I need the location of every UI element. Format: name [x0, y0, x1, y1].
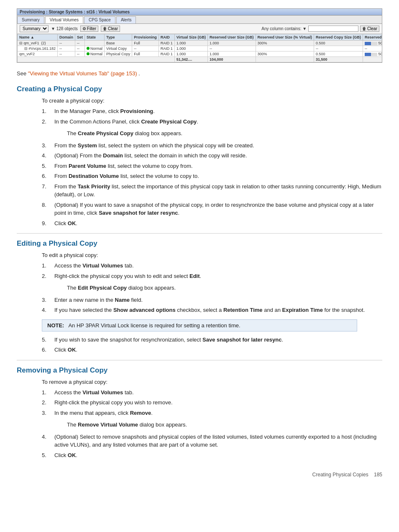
footer-text: Creating Physical Copies 185 — [312, 472, 382, 478]
step-content: From the Task Priority list, select the … — [54, 182, 382, 199]
col-header-reserved-copy-pct: Reserved Copy Size (% Virtual) — [363, 34, 382, 41]
state-dot — [87, 52, 90, 55]
cell-domain: -- — [58, 51, 75, 57]
step-num: 9. — [42, 219, 54, 228]
note-text: An HP 3PAR Virtual Lock license is requi… — [68, 322, 240, 329]
col-header-raid: RAID — [159, 34, 174, 41]
right-clear-btn[interactable]: 🗑 Clear — [360, 26, 379, 32]
cell-type: Base — [105, 41, 132, 46]
toolbar-right: Any column contains: ▼ 🗑 Clear — [261, 26, 379, 32]
filter-select[interactable]: Summary — [20, 25, 49, 32]
cell-reserved-user: 1.000 — [208, 41, 256, 46]
clear-btn[interactable]: 🗑 Clear — [101, 26, 120, 32]
step-content: (Optional) Select to remove snapshots an… — [54, 433, 382, 449]
filter-label: Filter — [87, 26, 96, 31]
list-item: 1. In the Manager Pane, click Provisioni… — [42, 107, 382, 116]
footer-virtual-total: 51,342.... — [174, 57, 207, 62]
step-num: 6. — [42, 346, 54, 354]
section-intro-editing: To edit a physical copy: — [42, 252, 382, 258]
step-content: (Optional) From the Domain list, select … — [54, 152, 382, 160]
step-content: In the Manager Pane, click Provisioning. — [54, 107, 382, 116]
cell-reserved-user-pct — [256, 46, 314, 51]
bold-ok-edit: OK — [68, 347, 76, 353]
tab-summary[interactable]: Summary — [17, 16, 44, 23]
cell-reserved-copy-pct: -- — [363, 46, 382, 51]
cell-raid: RAID 1 — [159, 51, 174, 57]
list-item: 2. Right-click the physical copy you wis… — [42, 272, 382, 280]
step-sub-note: The Edit Physical Copy dialog box appear… — [67, 284, 382, 292]
step-num: 4. — [42, 306, 54, 314]
cell-virtual-size: 1.000 — [174, 46, 207, 51]
step-num: 4. — [42, 152, 54, 160]
step-num: 4. — [42, 433, 54, 449]
section-editing: Editing a Physical Copy To edit a physic… — [17, 239, 382, 354]
bold-edit: Edit — [189, 273, 200, 279]
step-content: In the menu that appears, click Remove. — [54, 409, 382, 417]
cell-virtual-size: 1.000 — [174, 51, 207, 57]
step-content: From the System list, select the system … — [54, 141, 382, 150]
section-creating: Creating a Physical Copy To create a phy… — [17, 85, 382, 227]
list-item: 5. Click OK. — [42, 451, 382, 460]
cell-reserved-user-pct: 300% — [256, 51, 314, 57]
step-content: Access the Virtual Volumes tab. — [54, 388, 382, 397]
cell-name: ⊟ #Vvcps.161.182 — [18, 46, 58, 51]
step-content: In the Common Actions Panel, click Creat… — [54, 118, 382, 126]
cell-state: Normal — [85, 46, 105, 51]
list-item: 4. (Optional) From the Domain list, sele… — [42, 152, 382, 160]
list-item: 5. From Parent Volume list, select the v… — [42, 162, 382, 170]
step-num: 5. — [42, 451, 54, 460]
collapse-icon[interactable]: ⊟ — [24, 46, 28, 51]
tab-cpg-space[interactable]: CPG Space — [84, 16, 115, 23]
list-item: 1. Access the Virtual Volumes tab. — [42, 388, 382, 397]
see-text-after: . — [138, 70, 140, 77]
search-input[interactable] — [308, 26, 358, 32]
cell-provisioning: Full — [132, 41, 159, 46]
step-num: 3. — [42, 141, 54, 150]
note-box: NOTE: An HP 3PAR Virtual Lock license is… — [42, 319, 357, 332]
search-label: Any column contains: ▼ — [261, 26, 307, 31]
cell-provisioning: -- — [132, 46, 159, 51]
step-num: 7. — [42, 182, 54, 199]
cell-reserved-user: 1.000 — [208, 51, 256, 57]
step-num — [42, 419, 54, 431]
step-content: Enter a new name in the Name field. — [54, 296, 382, 304]
list-item: 1. Access the Virtual Volumes tab. — [42, 262, 382, 270]
step-content: Access the Virtual Volumes tab. — [54, 262, 382, 270]
step-num — [42, 282, 54, 294]
tab-alerts[interactable]: Alerts — [116, 16, 136, 23]
cell-reserved-copy: 0.500 — [314, 41, 363, 46]
cell-virtual-size: 1.000 — [174, 41, 207, 46]
step-sub-note: The Remove Virtual Volume dialog box app… — [67, 421, 382, 429]
col-header-reserved-copy-size: Reserved Copy Size (GB) — [314, 34, 363, 41]
section-heading-removing: Removing a Physical Copy — [17, 366, 382, 375]
step-content: Right-click the physical copy you wish t… — [54, 272, 382, 280]
col-header-reserved-user-pct: Reserved User Size (% Virtual) — [256, 34, 314, 41]
expand-icon[interactable]: ⊟ — [19, 41, 23, 45]
bold-parent-volume: Parent Volume — [69, 163, 106, 169]
page-footer: Creating Physical Copies 185 — [17, 472, 382, 478]
bold-create-physical-copy: Create Physical Copy — [141, 118, 197, 125]
filter-icon-btn[interactable]: ⚙ Filter — [80, 26, 98, 32]
tab-virtual-volumes[interactable]: Virtual Volumes — [45, 16, 83, 23]
cell-reserved-copy-pct: 50% — [363, 41, 382, 46]
step-content: From Parent Volume list, select the volu… — [54, 162, 382, 170]
list-item-sub: The Remove Virtual Volume dialog box app… — [42, 419, 382, 431]
cell-set: -- — [75, 41, 85, 46]
step-num: 5. — [42, 162, 54, 170]
step-content: Click OK. — [54, 346, 382, 354]
cell-name: qm_vvF2 — [18, 51, 58, 57]
bold-virtual-volumes: Virtual Volumes — [82, 262, 123, 269]
filter-icon: ⚙ — [82, 26, 86, 31]
viewing-virtual-volumes-link[interactable]: "Viewing the Virtual Volumes Tab" (page … — [28, 70, 137, 77]
list-item: 2. In the Common Actions Panel, click Cr… — [42, 118, 382, 126]
col-header-domain: Domain — [58, 34, 75, 41]
state-dot — [87, 47, 90, 50]
cell-reserved-copy-pct: 50% — [363, 51, 382, 57]
list-item: 6. Click OK. — [42, 346, 382, 354]
clear-label: Clear — [108, 26, 118, 31]
step-list-creating: 1. In the Manager Pane, click Provisioni… — [42, 107, 382, 227]
bold-edit-physical-copy-dialog: Edit Physical Copy — [78, 285, 127, 291]
bold-name-field: Name — [115, 297, 130, 303]
step-content: (Optional) If you want to save a snapsho… — [54, 201, 382, 217]
see-link-paragraph: See "Viewing the Virtual Volumes Tab" (p… — [17, 70, 382, 77]
